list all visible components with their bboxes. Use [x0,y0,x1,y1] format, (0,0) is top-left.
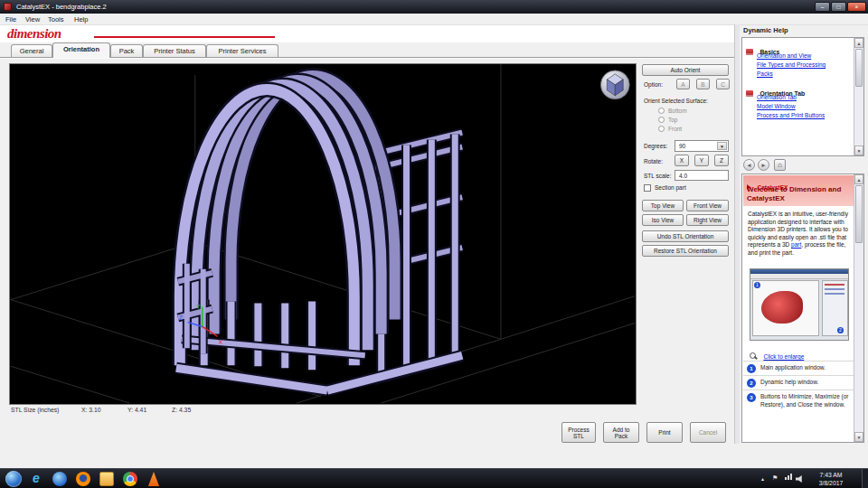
media-player-icon[interactable] [52,472,67,486]
option-c-button[interactable]: C [716,79,730,89]
step-2-badge: 2 [747,379,756,388]
model-viewport[interactable]: Y X Z [9,63,637,405]
stl-scale-input[interactable]: 4.0 [675,170,729,181]
stl-size-y: Y: 4.41 [127,407,146,413]
radio-front[interactable] [658,126,665,132]
menu-tools[interactable]: Tools [48,15,64,23]
thumb-line [825,288,844,290]
scroll-down-icon[interactable]: ▼ [854,432,863,442]
add-to-pack-button[interactable]: Add toPack [603,422,639,443]
help-step-2: 2 Dynamic help window. [743,375,854,389]
dynamic-help-title: Dynamic Help [743,26,788,34]
click-to-enlarge-link[interactable]: Click to enlarge [763,353,804,360]
thumb-callout-1: 1 [754,282,760,288]
x-axis-label: X [219,339,223,345]
section-part-checkbox[interactable] [644,184,651,192]
welcome-heading: Welcome to Dimension and CatalystEX [747,185,850,202]
help-link-packs[interactable]: Packs [757,70,773,77]
chevron-down-icon[interactable]: ▼ [717,142,727,150]
tab-printer-services[interactable]: Printer Services [206,44,278,58]
panel-splitter[interactable] [734,24,740,444]
taskbar-clock[interactable]: 7:43 AM 3/8/2017 [807,471,854,487]
minimize-button[interactable]: – [815,2,830,12]
help-link-orientation-tab[interactable]: Orientation Tab [757,94,797,100]
scroll-down-icon[interactable]: ▼ [854,145,863,155]
help-home-icon[interactable]: ⌂ [774,159,786,171]
rotate-x-button[interactable]: X [675,155,689,166]
radio-top[interactable] [658,117,665,123]
iso-view-button[interactable]: Iso View [642,214,684,226]
show-desktop-button[interactable] [862,469,868,488]
stl-size-label: STL Size (inches) [11,407,59,413]
y-axis-label: Y [196,304,201,310]
tab-orientation[interactable]: Orientation [52,42,110,58]
clock-date: 3/8/2017 [807,479,854,487]
radio-front-label: Front [668,126,682,132]
ie-icon[interactable]: e [29,472,43,486]
menu-file[interactable]: File [5,15,16,23]
step-1-badge: 1 [747,364,756,373]
right-view-button[interactable]: Right View [686,214,729,226]
z-axis-label: Z [179,314,184,321]
process-stl-button[interactable]: ProcessSTL [561,422,596,443]
surface-label: Orient Selected Surface: [644,98,708,104]
rotate-z-button[interactable]: Z [714,155,729,166]
app-window: CatalystEX - bendgrabplace.2 – □ × File … [0,0,868,488]
scroll-thumb[interactable] [855,49,863,87]
help-content-scrollbar[interactable]: ▲ ▼ [854,174,863,442]
start-button[interactable] [5,471,22,487]
help-link-file-types[interactable]: File Types and Processing [757,61,826,68]
action-center-flag-icon[interactable]: ⚑ [772,474,778,482]
tray-expand-icon[interactable]: ▴ [761,475,764,482]
close-button[interactable]: × [847,2,866,12]
print-button[interactable]: Print [646,422,683,443]
degrees-select[interactable]: 90 ▼ [675,140,729,152]
help-screenshot-thumbnail[interactable]: 1 2 [750,268,849,341]
maximize-button[interactable]: □ [831,2,846,12]
cancel-button[interactable]: Cancel [690,422,726,443]
scroll-thumb[interactable] [855,185,863,243]
orientation-cube[interactable] [600,70,629,99]
window-title: CatalystEX - bendgrabplace.2 [16,3,107,11]
help-link-model-window[interactable]: Model Window [757,103,796,109]
book-icon [746,90,753,97]
radio-bottom[interactable] [658,108,665,114]
tab-printer-status[interactable]: Printer Status [143,44,206,58]
app-icon[interactable] [4,3,12,11]
help-forward-icon[interactable]: ► [758,159,769,171]
section-part-label: Section part [655,184,686,191]
scroll-up-icon[interactable]: ▲ [854,38,863,48]
tab-pack[interactable]: Pack [110,44,143,58]
thumb-model [761,291,803,324]
scroll-up-icon[interactable]: ▲ [854,174,863,184]
help-link-process-print[interactable]: Process and Print Buttons [757,112,825,118]
help-link-orientation-and-view[interactable]: Orientation and View [757,52,811,59]
undo-orientation-button[interactable]: Undo STL Orientation [642,230,729,242]
tab-general[interactable]: General [11,44,52,58]
auto-orient-button[interactable]: Auto Orient [642,64,729,76]
volume-icon[interactable] [796,475,804,483]
brand-bar: dimension [0,25,740,42]
firefox-icon[interactable] [76,472,90,486]
help-step-3: 3 Buttons to Minimize, Maximize (or Rest… [743,389,854,422]
stl-size-x: X: 3.10 [81,407,101,413]
rotate-y-button[interactable]: Y [694,155,709,166]
topics-scrollbar[interactable]: ▲ ▼ [854,38,863,155]
thumb-toolbar [750,274,849,279]
step-3-text: Buttons to Minimize, Maximize (or Restor… [760,393,849,408]
step-3-badge: 3 [747,393,756,402]
menu-help[interactable]: Help [74,15,88,23]
restore-orientation-button[interactable]: Restore STL Orientation [642,245,729,257]
folder-icon[interactable] [99,472,114,486]
menu-view[interactable]: View [25,15,40,23]
vlc-icon[interactable] [146,472,161,486]
thumb-callout-2: 2 [837,327,844,333]
help-back-icon[interactable]: ◄ [743,159,755,171]
option-b-button[interactable]: B [696,79,710,89]
option-a-button[interactable]: A [676,79,690,89]
front-view-button[interactable]: Front View [686,200,729,211]
chrome-icon[interactable] [123,472,137,486]
part-link[interactable]: part [791,241,801,248]
option-label: Option: [644,81,663,88]
top-view-button[interactable]: Top View [642,200,684,211]
